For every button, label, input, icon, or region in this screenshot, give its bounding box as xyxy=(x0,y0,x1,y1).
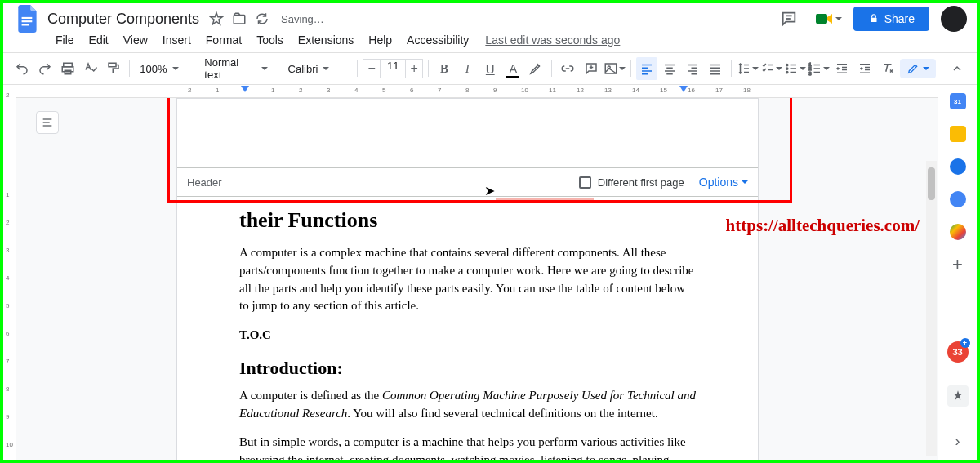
header-control-bar: Header Different first page Options xyxy=(177,167,758,197)
svg-point-38 xyxy=(786,68,787,69)
header-options-link[interactable]: Options xyxy=(699,176,748,189)
keep-icon[interactable] xyxy=(950,126,966,142)
checklist-icon[interactable] xyxy=(760,57,782,80)
header-label: Header xyxy=(187,176,222,189)
font-size-decrease[interactable]: − xyxy=(363,59,381,78)
svg-point-37 xyxy=(786,64,787,65)
undo-icon[interactable] xyxy=(11,57,33,80)
contacts-icon[interactable] xyxy=(950,191,966,207)
star-icon[interactable] xyxy=(209,11,224,26)
paint-format-icon[interactable] xyxy=(103,57,124,80)
toc-label: T.O.C xyxy=(239,327,696,345)
heading-title: their Functions xyxy=(239,208,696,233)
menu-accessibility[interactable]: Accessibility xyxy=(400,30,475,50)
horizontal-ruler: 2 1 1 2 3 4 5 6 7 8 9 10 11 12 13 14 15 … xyxy=(16,85,938,98)
collapse-toolbar-icon[interactable] xyxy=(946,57,969,80)
document-title[interactable]: Computer Components xyxy=(47,11,199,28)
decrease-indent-icon[interactable] xyxy=(831,57,853,80)
bulleted-list-icon[interactable] xyxy=(784,57,806,80)
heading-intro: Introduction: xyxy=(239,358,696,379)
vertical-ruler: 2 1 2 3 4 5 6 7 8 9 10 xyxy=(3,85,16,460)
numbered-list-icon[interactable]: 123 xyxy=(808,57,830,80)
paragraph: A computer is a complex machine that con… xyxy=(239,244,696,315)
print-icon[interactable] xyxy=(57,57,78,80)
svg-rect-0 xyxy=(22,17,33,19)
different-first-page-label: Different first page xyxy=(598,176,684,189)
vertical-scrollbar[interactable] xyxy=(926,161,937,456)
align-center-icon[interactable] xyxy=(659,57,680,80)
move-icon[interactable] xyxy=(232,11,247,26)
insert-link-icon[interactable] xyxy=(557,57,578,80)
explore-icon[interactable] xyxy=(947,385,969,407)
calendar-icon[interactable] xyxy=(950,93,966,109)
cloud-sync-icon xyxy=(255,11,270,26)
last-edit-link[interactable]: Last edit was seconds ago xyxy=(485,33,620,47)
svg-rect-11 xyxy=(109,63,116,67)
spellcheck-icon[interactable] xyxy=(80,57,101,80)
menu-tools[interactable]: Tools xyxy=(250,30,290,50)
insert-image-icon[interactable] xyxy=(604,57,626,80)
font-size-value[interactable]: 11 xyxy=(381,59,405,78)
header-area[interactable] xyxy=(177,99,758,167)
svg-point-39 xyxy=(786,71,787,73)
paragraph: But in simple words, a computer is a mac… xyxy=(239,434,696,460)
italic-icon[interactable]: I xyxy=(457,57,478,80)
highlight-icon[interactable] xyxy=(525,57,546,80)
menubar: File Edit View Insert Format Tools Exten… xyxy=(3,29,977,52)
add-comment-icon[interactable] xyxy=(580,57,601,80)
svg-text:3: 3 xyxy=(808,71,811,76)
increase-indent-icon[interactable] xyxy=(854,57,875,80)
notification-badge[interactable]: 33 xyxy=(947,341,969,363)
svg-rect-2 xyxy=(22,24,29,25)
different-first-page-checkbox[interactable] xyxy=(579,176,591,189)
svg-rect-7 xyxy=(871,18,876,22)
share-button[interactable]: Share xyxy=(853,7,929,31)
menu-insert[interactable]: Insert xyxy=(156,30,198,50)
menu-extensions[interactable]: Extensions xyxy=(292,30,360,50)
svg-rect-6 xyxy=(816,14,827,24)
editing-mode-button[interactable] xyxy=(900,59,936,78)
tasks-icon[interactable] xyxy=(950,158,966,175)
bold-icon[interactable]: B xyxy=(434,57,455,80)
side-panel: + 33 › xyxy=(938,85,977,460)
share-label: Share xyxy=(884,12,915,25)
clear-formatting-icon[interactable] xyxy=(877,57,898,80)
align-right-icon[interactable] xyxy=(682,57,703,80)
account-avatar[interactable] xyxy=(941,6,967,32)
paragraph: A computer is defined as the Common Oper… xyxy=(239,387,696,423)
font-select[interactable]: Calibri xyxy=(283,57,353,80)
underline-icon[interactable]: U xyxy=(479,57,501,80)
text-color-icon[interactable]: A xyxy=(502,57,523,80)
font-size-increase[interactable]: + xyxy=(405,59,423,78)
svg-rect-1 xyxy=(22,20,33,22)
menu-help[interactable]: Help xyxy=(362,30,399,50)
align-left-icon[interactable] xyxy=(636,57,657,80)
line-spacing-icon[interactable] xyxy=(737,57,759,80)
comment-history-icon[interactable] xyxy=(775,5,803,33)
menu-edit[interactable]: Edit xyxy=(82,30,115,50)
get-addons-icon[interactable]: + xyxy=(950,256,966,273)
menu-format[interactable]: Format xyxy=(199,30,248,50)
maps-icon[interactable] xyxy=(950,224,966,240)
saving-status: Saving… xyxy=(281,13,324,25)
svg-rect-3 xyxy=(234,16,245,24)
menu-file[interactable]: File xyxy=(49,30,81,50)
hide-side-panel-icon[interactable]: › xyxy=(956,433,960,450)
meet-icon[interactable] xyxy=(814,5,842,33)
document-body[interactable]: their Functions A computer is a complex … xyxy=(177,200,758,460)
toolbar: 100% Normal text Calibri − 11 + B I U A … xyxy=(3,52,977,85)
zoom-select[interactable]: 100% xyxy=(135,57,189,80)
redo-icon[interactable] xyxy=(34,57,56,80)
align-justify-icon[interactable] xyxy=(705,57,726,80)
menu-view[interactable]: View xyxy=(117,30,154,50)
paragraph-style-select[interactable]: Normal text xyxy=(199,57,272,80)
document-page[interactable]: Header Different first page Options thei… xyxy=(176,98,759,460)
show-outline-icon[interactable] xyxy=(36,111,59,134)
